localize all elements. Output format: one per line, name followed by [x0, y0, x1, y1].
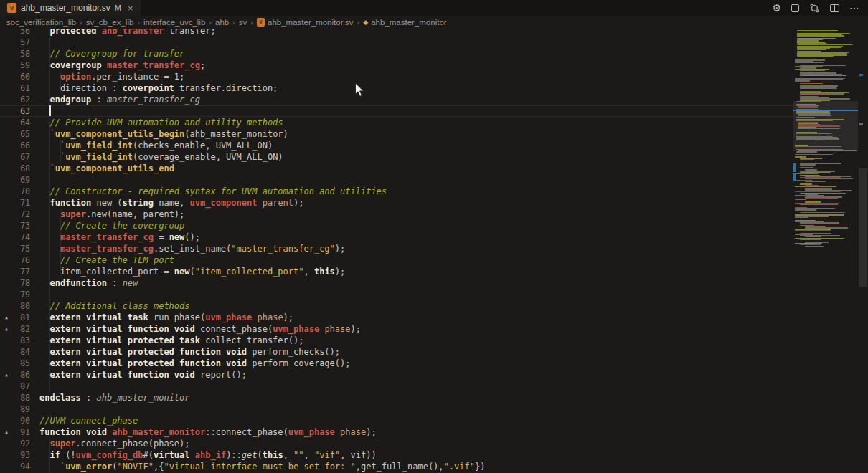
line-number[interactable]: 89 — [13, 403, 39, 415]
code-line[interactable]: 75 master_transfer_cg.set_inst_name("mas… — [0, 243, 793, 254]
breadcrumb-symbol[interactable]: ahb_master_monitor — [371, 18, 446, 27]
breadcrumb-item[interactable]: soc_verification_lib — [6, 18, 76, 27]
gutter[interactable]: 76 — [0, 254, 39, 266]
code-line[interactable]: 94 `uvm_error("NOVIF",{"virtual interfac… — [0, 461, 793, 472]
line-number[interactable]: 68 — [13, 163, 39, 174]
line-number[interactable]: 60 — [13, 71, 39, 82]
gutter[interactable]: 62 — [0, 94, 39, 105]
code-line[interactable]: ▲82 extern virtual function void connect… — [0, 323, 793, 335]
code-line[interactable]: 65 `uvm_component_utils_begin(ahb_master… — [0, 128, 793, 140]
code-line[interactable]: 74 master_transfer_cg = new(); — [0, 231, 793, 243]
split-editor-icon[interactable] — [830, 4, 839, 12]
breadcrumb-file[interactable]: ahb_master_monitor.sv — [268, 18, 354, 27]
line-number[interactable]: 69 — [13, 174, 39, 186]
line-number[interactable]: 64 — [13, 117, 39, 128]
line-number[interactable]: 72 — [13, 209, 39, 220]
line-number[interactable]: 94 — [13, 461, 39, 472]
line-number[interactable]: 81 — [13, 312, 39, 323]
gutter[interactable]: 58 — [0, 48, 39, 59]
code-line[interactable]: 89 — [0, 403, 793, 415]
code-line[interactable]: 80 // Additional class methods — [0, 300, 793, 312]
gutter[interactable]: 93 — [0, 449, 39, 461]
line-number[interactable]: 86 — [13, 369, 39, 381]
gutter[interactable]: 66 — [0, 140, 39, 151]
gutter[interactable]: 75 — [0, 243, 39, 254]
gutter[interactable]: 57 — [0, 37, 39, 48]
code-line[interactable]: 59 covergroup master_transfer_cg; — [0, 59, 793, 71]
line-number[interactable]: 91 — [13, 426, 39, 438]
line-number[interactable]: 66 — [13, 140, 39, 151]
code-line[interactable]: 76 // Create the TLM port — [0, 254, 793, 266]
gutter[interactable]: 70 — [0, 186, 39, 197]
code-line[interactable]: 57 — [0, 37, 793, 48]
gutter[interactable]: ▲82 — [0, 323, 39, 335]
vertical-scrollbar[interactable] — [858, 29, 868, 473]
code-line[interactable]: 71 function new (string name, uvm_compon… — [0, 197, 793, 209]
line-number[interactable]: 88 — [13, 392, 39, 403]
code-line[interactable]: ▲81 extern virtual task run_phase(uvm_ph… — [0, 312, 793, 323]
line-number[interactable]: 80 — [13, 300, 39, 312]
more-actions-icon[interactable]: ⋯ — [849, 0, 859, 16]
gutter[interactable]: 64 — [0, 117, 39, 128]
gutter[interactable]: 65 — [0, 128, 39, 140]
code-line[interactable]: 88endclass : ahb_master_monitor — [0, 392, 793, 403]
code-line[interactable]: 72 super.new(name, parent); — [0, 209, 793, 220]
line-number[interactable]: 62 — [13, 94, 39, 105]
gutter[interactable]: 89 — [0, 403, 39, 415]
gutter[interactable]: 94 — [0, 461, 39, 472]
code-line[interactable]: 68 `uvm_component_utils_end — [0, 163, 793, 174]
line-number[interactable]: 85 — [13, 358, 39, 369]
code-line[interactable]: ▲91function void ahb_master_monitor::con… — [0, 426, 793, 438]
line-number[interactable]: 71 — [13, 197, 39, 209]
code-line[interactable]: 92 super.connect_phase(phase); — [0, 438, 793, 449]
code-line[interactable]: 62 endgroup : master_transfer_cg — [0, 94, 793, 105]
code-line[interactable]: 87 — [0, 381, 793, 392]
gutter[interactable]: 83 — [0, 335, 39, 346]
gutter[interactable]: 74 — [0, 231, 39, 243]
code-line[interactable]: 61 direction : coverpoint transfer.direc… — [0, 82, 793, 94]
line-number[interactable]: 90 — [13, 415, 39, 426]
gutter[interactable]: 68 — [0, 163, 39, 174]
open-changes-icon[interactable] — [791, 4, 799, 12]
line-number[interactable]: 76 — [13, 254, 39, 266]
line-number[interactable]: 75 — [13, 243, 39, 254]
line-number[interactable]: 58 — [13, 48, 39, 59]
breadcrumb-item[interactable]: ahb — [215, 18, 229, 27]
gutter[interactable]: ▲86 — [0, 369, 39, 381]
gutter[interactable]: 92 — [0, 438, 39, 449]
gutter[interactable]: 59 — [0, 59, 39, 71]
code-line[interactable]: 58 // Covergroup for transfer — [0, 48, 793, 59]
line-number[interactable]: 83 — [13, 335, 39, 346]
code-line[interactable]: 67 `uvm_field_int(coverage_enable, UVM_A… — [0, 151, 793, 163]
code-line[interactable]: 78 endfunction : new — [0, 277, 793, 289]
line-number[interactable]: 73 — [13, 220, 39, 231]
line-number[interactable]: 77 — [13, 266, 39, 277]
code-line[interactable]: 77 item_collected_port = new("item_colle… — [0, 266, 793, 277]
settings-gear-icon[interactable]: ⚙ — [772, 0, 781, 16]
code-line[interactable]: 79 — [0, 289, 793, 300]
tab-ahb-master-monitor[interactable]: v ahb_master_monitor.sv M × — [0, 0, 141, 16]
gutter[interactable]: 87 — [0, 381, 39, 392]
code-line[interactable]: 83 extern virtual protected task collect… — [0, 335, 793, 346]
gutter[interactable]: 71 — [0, 197, 39, 209]
line-number[interactable]: 56 — [13, 29, 39, 37]
line-number[interactable]: 61 — [13, 82, 39, 94]
code-line[interactable]: 56 protected ahb_transfer transfer; — [0, 29, 793, 37]
line-number[interactable]: 70 — [13, 186, 39, 197]
code-line[interactable]: ▲86 extern virtual function void report(… — [0, 369, 793, 381]
gutter[interactable]: 61 — [0, 82, 39, 94]
gutter[interactable]: 73 — [0, 220, 39, 231]
code-line[interactable]: 63 — [0, 105, 793, 117]
gutter[interactable]: 80 — [0, 300, 39, 312]
code-line[interactable]: 90//UVM connect_phase — [0, 415, 793, 426]
code-line[interactable]: 64 // Provide UVM automation and utility… — [0, 117, 793, 128]
gutter[interactable]: ▲81 — [0, 312, 39, 323]
line-number[interactable]: 63 — [13, 105, 39, 117]
code-line[interactable]: 73 // Create the covergroup — [0, 220, 793, 231]
breadcrumb-item[interactable]: sv — [239, 18, 247, 27]
gutter[interactable]: 56 — [0, 29, 39, 37]
code-editor[interactable]: 56 protected ahb_transfer transfer;5758 … — [0, 29, 793, 473]
breadcrumb-item[interactable]: sv_cb_ex_lib — [86, 18, 133, 27]
breadcrumb-item[interactable]: interface_uvc_lib — [143, 18, 205, 27]
line-number[interactable]: 93 — [13, 449, 39, 461]
